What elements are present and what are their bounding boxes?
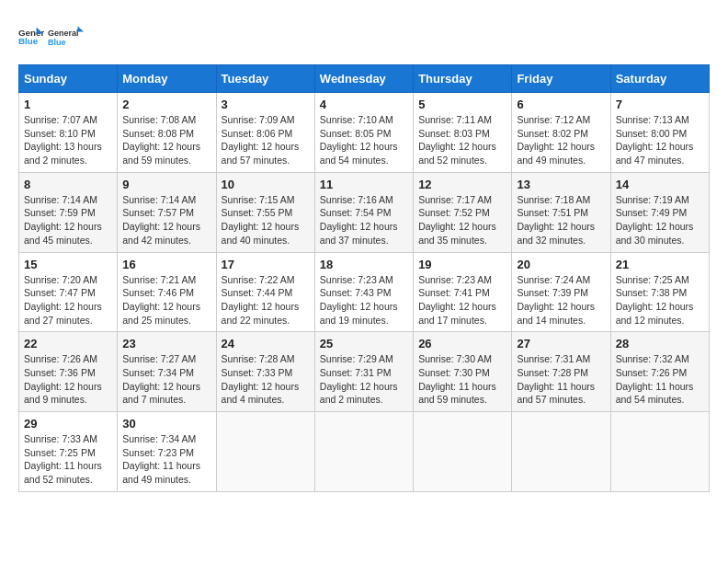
day-info: Sunrise: 7:16 AMSunset: 7:54 PMDaylight:… [320, 193, 408, 247]
day-number: 30 [122, 417, 210, 431]
calendar-day-cell: 30Sunrise: 7:34 AMSunset: 7:23 PMDayligh… [118, 412, 216, 492]
day-number: 3 [222, 98, 310, 111]
day-info: Sunrise: 7:15 AMSunset: 7:55 PMDaylight:… [222, 193, 310, 247]
day-info: Sunrise: 7:12 AMSunset: 8:02 PMDaylight:… [517, 113, 605, 167]
calendar-day-cell: 1Sunrise: 7:07 AMSunset: 8:10 PMDaylight… [19, 93, 118, 173]
day-number: 29 [24, 417, 112, 431]
day-info: Sunrise: 7:21 AMSunset: 7:46 PMDaylight:… [122, 273, 210, 327]
page-header: General Blue General Blue [18, 18, 710, 55]
day-number: 2 [122, 98, 210, 111]
calendar-day-cell [314, 412, 413, 492]
day-number: 5 [418, 98, 506, 111]
day-number: 25 [320, 337, 408, 350]
svg-text:General: General [48, 29, 79, 38]
calendar-day-cell: 28Sunrise: 7:32 AMSunset: 7:26 PMDayligh… [610, 332, 709, 412]
day-info: Sunrise: 7:14 AMSunset: 7:57 PMDaylight:… [122, 193, 210, 247]
day-of-week-header: Wednesday [314, 65, 413, 93]
day-info: Sunrise: 7:34 AMSunset: 7:23 PMDaylight:… [122, 432, 210, 487]
day-info: Sunrise: 7:11 AMSunset: 8:03 PMDaylight:… [418, 113, 506, 167]
calendar-day-cell [610, 412, 709, 492]
day-info: Sunrise: 7:27 AMSunset: 7:34 PMDaylight:… [122, 352, 210, 407]
day-number: 17 [222, 258, 310, 271]
day-of-week-header: Friday [512, 65, 610, 93]
calendar-day-cell: 4Sunrise: 7:10 AMSunset: 8:05 PMDaylight… [314, 93, 413, 173]
day-info: Sunrise: 7:08 AMSunset: 8:08 PMDaylight:… [122, 113, 210, 167]
calendar-day-cell: 3Sunrise: 7:09 AMSunset: 8:06 PMDaylight… [216, 93, 314, 173]
calendar-day-cell: 15Sunrise: 7:20 AMSunset: 7:47 PMDayligh… [19, 252, 118, 332]
day-number: 23 [122, 337, 210, 350]
day-info: Sunrise: 7:28 AMSunset: 7:33 PMDaylight:… [222, 352, 310, 407]
svg-text:Blue: Blue [48, 38, 66, 47]
calendar-day-cell: 29Sunrise: 7:33 AMSunset: 7:25 PMDayligh… [19, 412, 118, 492]
day-info: Sunrise: 7:24 AMSunset: 7:39 PMDaylight:… [517, 273, 605, 327]
calendar-day-cell: 26Sunrise: 7:30 AMSunset: 7:30 PMDayligh… [414, 332, 512, 412]
day-info: Sunrise: 7:17 AMSunset: 7:52 PMDaylight:… [418, 193, 506, 247]
logo-graphic: General Blue [48, 18, 85, 55]
day-info: Sunrise: 7:25 AMSunset: 7:38 PMDaylight:… [616, 273, 704, 327]
day-info: Sunrise: 7:33 AMSunset: 7:25 PMDaylight:… [24, 432, 112, 487]
day-number: 19 [418, 258, 506, 271]
calendar-day-cell: 2Sunrise: 7:08 AMSunset: 8:08 PMDaylight… [118, 93, 216, 173]
day-of-week-header: Monday [118, 65, 216, 93]
day-info: Sunrise: 7:10 AMSunset: 8:05 PMDaylight:… [320, 113, 408, 167]
svg-marker-5 [78, 27, 85, 32]
day-number: 7 [616, 98, 704, 111]
day-of-week-header: Tuesday [216, 65, 314, 93]
day-info: Sunrise: 7:32 AMSunset: 7:26 PMDaylight:… [616, 352, 704, 407]
day-info: Sunrise: 7:13 AMSunset: 8:00 PMDaylight:… [616, 113, 704, 167]
day-of-week-header: Thursday [414, 65, 512, 93]
day-number: 8 [24, 178, 112, 191]
day-number: 13 [517, 178, 605, 191]
day-info: Sunrise: 7:30 AMSunset: 7:30 PMDaylight:… [418, 352, 506, 407]
calendar-day-cell: 20Sunrise: 7:24 AMSunset: 7:39 PMDayligh… [512, 252, 610, 332]
day-of-week-header: Sunday [19, 65, 118, 93]
calendar-day-cell: 27Sunrise: 7:31 AMSunset: 7:28 PMDayligh… [512, 332, 610, 412]
day-number: 22 [24, 337, 112, 350]
day-number: 26 [418, 337, 506, 350]
calendar-day-cell [512, 412, 610, 492]
calendar-day-cell: 8Sunrise: 7:14 AMSunset: 7:59 PMDaylight… [19, 172, 118, 252]
day-info: Sunrise: 7:09 AMSunset: 8:06 PMDaylight:… [222, 113, 310, 167]
logo: General Blue General Blue [18, 18, 85, 55]
day-number: 10 [222, 178, 310, 191]
calendar-day-cell: 12Sunrise: 7:17 AMSunset: 7:52 PMDayligh… [414, 172, 512, 252]
calendar-header-row: SundayMondayTuesdayWednesdayThursdayFrid… [19, 65, 710, 93]
day-info: Sunrise: 7:23 AMSunset: 7:41 PMDaylight:… [418, 273, 506, 327]
calendar-table: SundayMondayTuesdayWednesdayThursdayFrid… [18, 64, 710, 492]
day-info: Sunrise: 7:23 AMSunset: 7:43 PMDaylight:… [320, 273, 408, 327]
day-info: Sunrise: 7:22 AMSunset: 7:44 PMDaylight:… [222, 273, 310, 327]
calendar-day-cell: 5Sunrise: 7:11 AMSunset: 8:03 PMDaylight… [414, 93, 512, 173]
calendar-day-cell: 11Sunrise: 7:16 AMSunset: 7:54 PMDayligh… [314, 172, 413, 252]
day-number: 9 [122, 178, 210, 191]
calendar-day-cell: 10Sunrise: 7:15 AMSunset: 7:55 PMDayligh… [216, 172, 314, 252]
calendar-day-cell: 9Sunrise: 7:14 AMSunset: 7:57 PMDaylight… [118, 172, 216, 252]
day-info: Sunrise: 7:14 AMSunset: 7:59 PMDaylight:… [24, 193, 112, 247]
day-number: 11 [320, 178, 408, 191]
day-number: 24 [222, 337, 310, 350]
day-number: 6 [517, 98, 605, 111]
calendar-day-cell: 25Sunrise: 7:29 AMSunset: 7:31 PMDayligh… [314, 332, 413, 412]
calendar-day-cell: 16Sunrise: 7:21 AMSunset: 7:46 PMDayligh… [118, 252, 216, 332]
calendar-day-cell [414, 412, 512, 492]
calendar-day-cell: 6Sunrise: 7:12 AMSunset: 8:02 PMDaylight… [512, 93, 610, 173]
calendar-week-row: 22Sunrise: 7:26 AMSunset: 7:36 PMDayligh… [19, 332, 710, 412]
day-number: 18 [320, 258, 408, 271]
day-number: 16 [122, 258, 210, 271]
calendar-day-cell: 17Sunrise: 7:22 AMSunset: 7:44 PMDayligh… [216, 252, 314, 332]
day-info: Sunrise: 7:20 AMSunset: 7:47 PMDaylight:… [24, 273, 112, 327]
calendar-day-cell: 18Sunrise: 7:23 AMSunset: 7:43 PMDayligh… [314, 252, 413, 332]
calendar-week-row: 1Sunrise: 7:07 AMSunset: 8:10 PMDaylight… [19, 93, 710, 173]
calendar-day-cell: 22Sunrise: 7:26 AMSunset: 7:36 PMDayligh… [19, 332, 118, 412]
calendar-day-cell: 19Sunrise: 7:23 AMSunset: 7:41 PMDayligh… [414, 252, 512, 332]
calendar-week-row: 15Sunrise: 7:20 AMSunset: 7:47 PMDayligh… [19, 252, 710, 332]
day-number: 21 [616, 258, 704, 271]
day-info: Sunrise: 7:29 AMSunset: 7:31 PMDaylight:… [320, 352, 408, 407]
calendar-week-row: 8Sunrise: 7:14 AMSunset: 7:59 PMDaylight… [19, 172, 710, 252]
day-info: Sunrise: 7:07 AMSunset: 8:10 PMDaylight:… [24, 113, 112, 167]
calendar-day-cell: 23Sunrise: 7:27 AMSunset: 7:34 PMDayligh… [118, 332, 216, 412]
day-number: 27 [517, 337, 605, 350]
calendar-day-cell: 13Sunrise: 7:18 AMSunset: 7:51 PMDayligh… [512, 172, 610, 252]
day-number: 4 [320, 98, 408, 111]
day-number: 1 [24, 98, 112, 111]
calendar-week-row: 29Sunrise: 7:33 AMSunset: 7:25 PMDayligh… [19, 412, 710, 492]
